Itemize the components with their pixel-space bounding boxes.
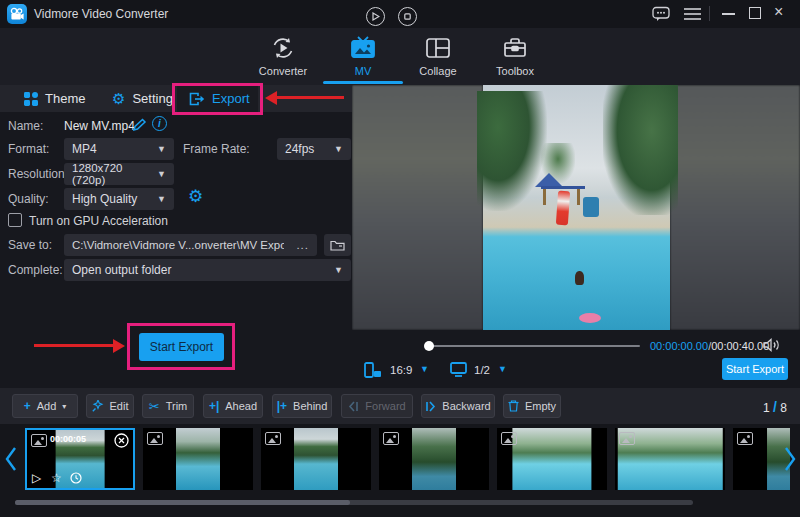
preview-pavilion-post [543,189,546,205]
clip-photo [512,428,591,490]
timeline-scroll-right-chevron[interactable] [783,446,797,472]
complete-dropdown[interactable]: Open output folder▼ [64,259,351,281]
tab-theme[interactable]: Theme [12,85,97,112]
total-time: 00:00:40.00 [711,340,769,352]
remove-clip-icon[interactable] [114,433,129,448]
aspect-chevron-down-icon[interactable]: ▼ [420,364,429,374]
maximize-icon[interactable] [749,7,761,19]
quality-dropdown[interactable]: High Quality▼ [64,188,174,210]
preview-start-export-button[interactable]: Start Export [722,358,788,380]
timeline-clip-4[interactable] [379,428,489,490]
save-to-label: Save to: [8,238,52,252]
forward-button[interactable]: Forward [341,394,413,418]
quality-label: Quality: [8,192,49,206]
aspect-ratio-icon[interactable] [364,362,382,378]
scissors-icon: ✂ [149,399,160,414]
ahead-button[interactable]: +| Ahead [203,394,263,418]
preview-trees-right [603,85,678,215]
screen-view-icon[interactable] [450,362,467,377]
play-button[interactable] [366,7,385,26]
window-title: Vidmore Video Converter [34,7,168,21]
nav-tab-toolbox[interactable]: Toolbox [479,34,551,77]
timeline-clip-5[interactable] [497,428,607,490]
resolution-value: 1280x720 (720p) [72,162,157,186]
button-label: Add [37,400,57,412]
export-panel: Theme ⚙ Setting Export Name: New MV.mp4 … [0,85,352,395]
timeline-clip-1[interactable]: 00:00:05 ▷ ☆ [25,428,135,490]
image-icon [737,432,753,445]
timeline-scroll-left-chevron[interactable] [4,446,18,472]
timeline-scrollbar-thumb[interactable] [15,500,350,505]
close-icon[interactable]: × [774,3,783,21]
clip-toolbar: + Add ▾ Edit ✂ Trim +| Ahead |+ Behind F… [0,388,800,424]
clip-play-icon[interactable]: ▷ [32,471,41,485]
timeline-clip-3[interactable] [261,428,371,490]
resolution-dropdown[interactable]: 1280x720 (720p)▼ [64,163,174,185]
volume-icon[interactable] [763,338,780,352]
nav-label: Toolbox [479,65,551,77]
clip-duration: 00:00:05 [50,434,86,444]
save-to-path-field[interactable]: C:\Vidmore\Vidmore V...onverter\MV Expor… [64,234,317,256]
nav-label: Collage [402,65,474,77]
behind-button[interactable]: |+ Behind [272,394,332,418]
move-backward-icon [425,401,436,412]
add-button[interactable]: + Add ▾ [12,394,78,418]
button-label: Ahead [225,400,257,412]
aspect-ratio-value[interactable]: 16:9 [390,364,412,376]
counter-total: 8 [780,401,787,415]
clip-star-icon[interactable]: ☆ [51,471,62,485]
feedback-icon[interactable] [652,6,670,22]
timeline-clip-6[interactable] [615,428,725,490]
seek-slider-knob[interactable] [424,341,434,351]
button-label: Backward [442,400,490,412]
rename-pencil-icon[interactable] [131,117,147,133]
screen-chevron-down-icon[interactable]: ▼ [498,364,507,374]
seek-slider-track[interactable] [428,345,640,347]
image-icon [501,432,517,445]
nav-tab-mv[interactable]: MV [327,34,399,77]
button-label: Edit [110,400,129,412]
button-label: Trim [166,400,188,412]
open-folder-button[interactable] [324,234,351,256]
browse-ellipsis-button[interactable]: ... [296,239,309,251]
name-label: Name: [8,119,43,133]
preview-blur-right [670,85,800,330]
insert-ahead-icon: +| [209,399,219,413]
quality-settings-gear-icon[interactable]: ⚙ [188,186,203,207]
video-preview[interactable] [352,85,800,330]
preview-float-ring [579,313,601,323]
nav-tab-collage[interactable]: Collage [402,34,474,77]
trim-button[interactable]: ✂ Trim [142,394,194,418]
frame-rate-dropdown[interactable]: 24fps▼ [277,138,351,160]
stop-button[interactable] [398,7,417,26]
minimize-icon[interactable] [722,13,735,15]
timeline: 00:00:05 ▷ ☆ [0,424,800,517]
clip-photo [176,428,220,490]
format-dropdown[interactable]: MP4▼ [64,138,174,160]
screen-view-value[interactable]: 1/2 [474,364,490,376]
timeline-scrollbar-track[interactable] [15,500,693,505]
button-label: Forward [365,400,405,412]
gpu-checkbox[interactable] [8,213,22,227]
tab-label: Setting [132,91,172,106]
vidmore-window: { "window": { "title": "Vidmore Video Co… [0,0,800,517]
edit-button[interactable]: Edit [86,394,134,418]
counter-current: 1 [763,401,770,415]
clip-photo [412,428,456,490]
preview-pavilion-post [577,189,580,205]
name-value: New MV.mp4 [64,119,135,133]
time-display: 00:00:00.00/00:00:40.00 [650,340,769,352]
empty-button[interactable]: Empty [503,394,561,418]
nav-label: Converter [247,65,319,77]
info-icon[interactable]: i [152,116,167,131]
backward-button[interactable]: Backward [421,394,495,418]
titlebar-divider [709,6,710,21]
main-nav: Converter MV Collage Toolbox [0,28,800,85]
nav-active-underline [323,81,403,84]
nav-tab-converter[interactable]: Converter [247,34,319,77]
timeline-clip-2[interactable] [143,428,253,490]
timeline-clip-7[interactable] [733,428,790,490]
clip-clock-icon[interactable] [70,472,82,484]
menu-icon[interactable] [684,8,701,20]
image-icon [383,432,399,445]
